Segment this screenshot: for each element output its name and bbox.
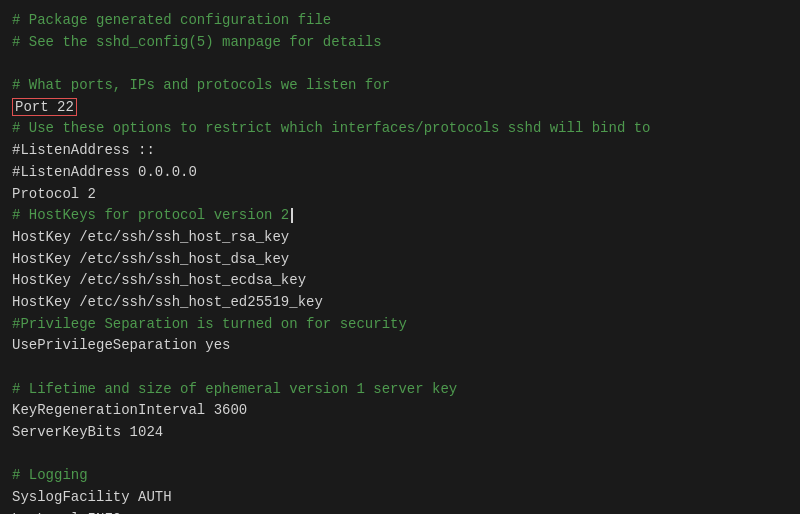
text-cursor bbox=[291, 208, 293, 223]
line-11: HostKey /etc/ssh/ssh_host_rsa_key bbox=[12, 227, 788, 249]
line-21 bbox=[12, 444, 788, 466]
line-24: LogLevel INFO bbox=[12, 509, 788, 514]
line-5-port: Port 22 bbox=[12, 97, 788, 119]
line-18: # Lifetime and size of ephemeral version… bbox=[12, 379, 788, 401]
line-16: UsePrivilegeSeparation yes bbox=[12, 335, 788, 357]
terminal-window: # Package generated configuration file #… bbox=[0, 0, 800, 514]
line-14: HostKey /etc/ssh/ssh_host_ed25519_key bbox=[12, 292, 788, 314]
line-8: #ListenAddress 0.0.0.0 bbox=[12, 162, 788, 184]
line-12: HostKey /etc/ssh/ssh_host_dsa_key bbox=[12, 249, 788, 271]
line-19: KeyRegenerationInterval 3600 bbox=[12, 400, 788, 422]
line-7: #ListenAddress :: bbox=[12, 140, 788, 162]
line-2: # See the sshd_config(5) manpage for det… bbox=[12, 32, 788, 54]
line-22: # Logging bbox=[12, 465, 788, 487]
line-6: # Use these options to restrict which in… bbox=[12, 118, 788, 140]
port-value: Port 22 bbox=[12, 98, 77, 116]
line-4: # What ports, IPs and protocols we liste… bbox=[12, 75, 788, 97]
line-3 bbox=[12, 53, 788, 75]
line-13: HostKey /etc/ssh/ssh_host_ecdsa_key bbox=[12, 270, 788, 292]
line-9: Protocol 2 bbox=[12, 184, 788, 206]
line-20: ServerKeyBits 1024 bbox=[12, 422, 788, 444]
line-10: # HostKeys for protocol version 2 bbox=[12, 205, 788, 227]
line-1: # Package generated configuration file bbox=[12, 10, 788, 32]
line-23: SyslogFacility AUTH bbox=[12, 487, 788, 509]
line-17 bbox=[12, 357, 788, 379]
line-15: #Privilege Separation is turned on for s… bbox=[12, 314, 788, 336]
